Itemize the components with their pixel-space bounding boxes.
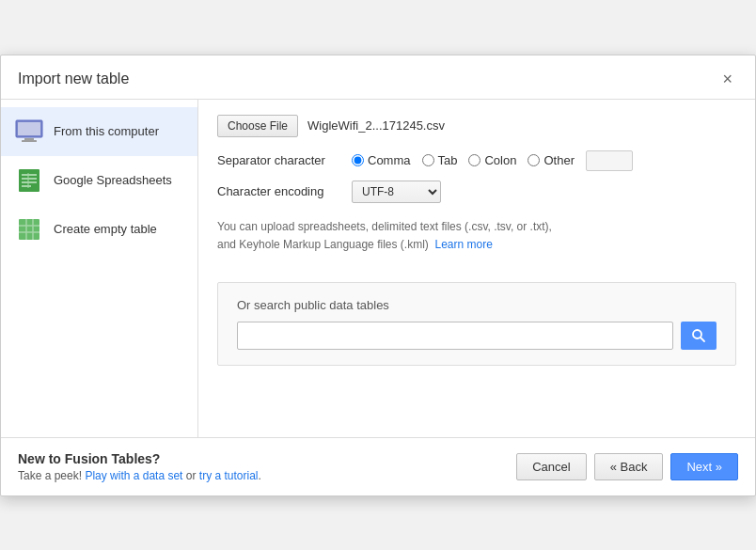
- info-text: You can upload spreadsheets, delimited t…: [217, 218, 736, 254]
- choose-file-button[interactable]: Choose File: [217, 115, 298, 137]
- footer-left: New to Fusion Tables? Take a peek! Play …: [18, 451, 261, 482]
- import-dialog: Import new table × From this computer: [0, 55, 756, 496]
- dialog-body: From this computer Google Spreadsheets: [1, 99, 755, 437]
- radio-other[interactable]: Other: [528, 153, 575, 167]
- close-button[interactable]: ×: [717, 69, 738, 89]
- svg-rect-7: [22, 181, 37, 183]
- svg-rect-2: [24, 138, 34, 140]
- svg-rect-1: [18, 122, 40, 135]
- file-row: Choose File WigleWifi_2...171245.csv: [217, 115, 736, 137]
- create-table-icon: [14, 214, 44, 244]
- computer-icon: [14, 117, 44, 147]
- other-separator-input[interactable]: [586, 150, 633, 171]
- footer-right: Cancel « Back Next »: [516, 453, 738, 480]
- encoding-select[interactable]: UTF-8 Latin-1 Auto detect: [352, 181, 441, 203]
- radio-comma[interactable]: Comma: [352, 153, 411, 167]
- search-section: Or search public data tables: [217, 282, 736, 366]
- radio-other-input[interactable]: [528, 154, 540, 166]
- tutorial-link[interactable]: try a tutorial: [199, 469, 259, 482]
- dialog-footer: New to Fusion Tables? Take a peek! Play …: [1, 437, 755, 495]
- footer-new-label: New to Fusion Tables?: [18, 451, 261, 466]
- radio-comma-input[interactable]: [352, 154, 364, 166]
- search-icon: [691, 328, 706, 343]
- cancel-button[interactable]: Cancel: [516, 453, 586, 480]
- svg-rect-5: [22, 174, 37, 176]
- svg-rect-8: [22, 185, 31, 187]
- footer-subtitle: Take a peek! Play with a data set or try…: [18, 469, 261, 482]
- footer-subtitle-prefix: Take a peek!: [18, 469, 82, 482]
- sidebar-item-label-create: Create empty table: [54, 222, 157, 236]
- radio-colon-label: Colon: [484, 153, 516, 167]
- svg-line-16: [701, 338, 704, 341]
- svg-rect-6: [22, 178, 37, 180]
- svg-rect-3: [22, 140, 37, 142]
- footer-or: or: [186, 469, 199, 482]
- sidebar: From this computer Google Spreadsheets: [1, 100, 198, 437]
- sidebar-item-spreadsheets[interactable]: Google Spreadsheets: [1, 156, 197, 205]
- back-button[interactable]: « Back: [594, 453, 664, 480]
- search-label: Or search public data tables: [237, 298, 717, 312]
- svg-rect-10: [19, 219, 39, 240]
- play-link[interactable]: Play with a data set: [85, 469, 182, 482]
- separator-label: Separator character: [217, 153, 344, 167]
- radio-tab[interactable]: Tab: [422, 153, 458, 167]
- radio-comma-label: Comma: [368, 153, 411, 167]
- search-row: [237, 322, 717, 350]
- file-name: WigleWifi_2...171245.csv: [307, 118, 445, 133]
- radio-tab-input[interactable]: [422, 154, 434, 166]
- sidebar-item-label-computer: From this computer: [54, 124, 159, 138]
- footer-period: .: [259, 469, 261, 482]
- search-button[interactable]: [681, 322, 717, 350]
- encoding-row: Character encoding UTF-8 Latin-1 Auto de…: [217, 181, 736, 203]
- radio-tab-label: Tab: [438, 153, 458, 167]
- separator-row: Separator character Comma Tab Colon: [217, 150, 736, 171]
- dialog-header: Import new table ×: [1, 55, 755, 99]
- sidebar-item-from-computer[interactable]: From this computer: [1, 107, 197, 156]
- next-button[interactable]: Next »: [670, 453, 738, 480]
- radio-other-label: Other: [543, 153, 575, 167]
- info-line1: You can upload spreadsheets, delimited t…: [217, 220, 552, 233]
- sidebar-item-create-empty[interactable]: Create empty table: [1, 205, 197, 254]
- search-input[interactable]: [237, 322, 673, 350]
- encoding-label: Character encoding: [217, 184, 344, 198]
- info-line2: and Keyhole Markup Language files (.kml): [217, 238, 429, 251]
- spreadsheet-icon: [14, 165, 44, 196]
- sidebar-item-label-spreadsheets: Google Spreadsheets: [54, 173, 172, 187]
- radio-colon[interactable]: Colon: [468, 153, 516, 167]
- dialog-title: Import new table: [18, 71, 129, 87]
- radio-colon-input[interactable]: [468, 154, 480, 166]
- learn-more-link[interactable]: Learn more: [434, 238, 492, 251]
- svg-rect-4: [19, 169, 39, 192]
- main-content: Choose File WigleWifi_2...171245.csv Sep…: [198, 100, 755, 437]
- separator-options: Comma Tab Colon Other: [352, 150, 633, 171]
